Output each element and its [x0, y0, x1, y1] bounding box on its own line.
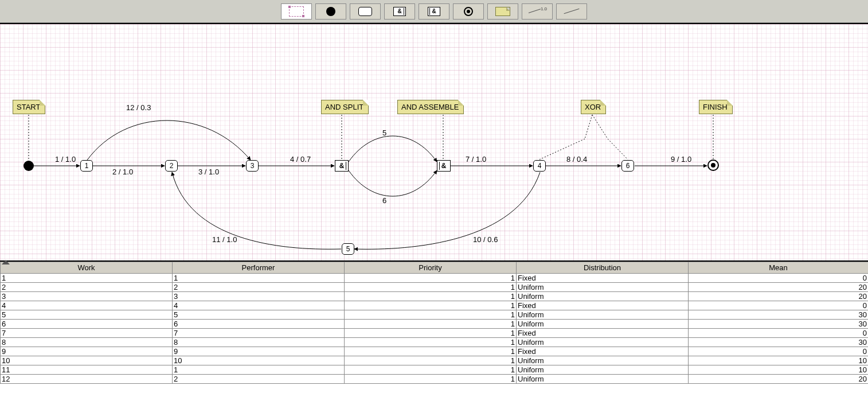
activity-tool-button[interactable]	[350, 3, 381, 20]
cell-mean[interactable]: 30	[689, 310, 869, 320]
finish-node[interactable]	[707, 159, 719, 171]
note-and-assemble[interactable]: AND ASSEMBLE	[397, 100, 464, 114]
cell-distribution[interactable]: Uniform	[517, 338, 689, 347]
cell-mean[interactable]: 10	[689, 365, 869, 375]
splitter-handle[interactable]	[2, 259, 10, 265]
cell-performer[interactable]: 2	[173, 283, 345, 292]
activity-6[interactable]: 6	[621, 160, 634, 172]
cell-performer[interactable]: 7	[173, 329, 345, 338]
cell-priority[interactable]: 1	[345, 310, 517, 320]
col-distribution[interactable]: Distribution	[517, 262, 689, 274]
note-start[interactable]: START	[13, 100, 45, 114]
cell-work[interactable]: 4	[1, 301, 173, 310]
note-and-split[interactable]: AND SPLIT	[321, 100, 369, 114]
cell-performer[interactable]: 2	[173, 375, 345, 384]
col-work[interactable]: Work	[1, 262, 173, 274]
table-row[interactable]: 991Fixed0	[1, 347, 869, 356]
selection-tool-button[interactable]	[281, 3, 312, 20]
cell-work[interactable]: 5	[1, 310, 173, 320]
cell-performer[interactable]: 3	[173, 292, 345, 301]
cell-priority[interactable]: 1	[345, 356, 517, 365]
and-split-gate[interactable]: &	[335, 160, 349, 172]
cell-work[interactable]: 9	[1, 347, 173, 356]
cell-priority[interactable]: 1	[345, 329, 517, 338]
cell-performer[interactable]: 1	[173, 274, 345, 283]
cell-distribution[interactable]: Fixed	[517, 347, 689, 356]
cell-work[interactable]: 8	[1, 338, 173, 347]
cell-priority[interactable]: 1	[345, 347, 517, 356]
activity-3[interactable]: 3	[246, 160, 259, 172]
table-row[interactable]: 111Fixed0	[1, 274, 869, 283]
and-split-tool-button[interactable]: &	[384, 3, 415, 20]
cell-priority[interactable]: 1	[345, 375, 517, 384]
and-assemble-gate[interactable]: &	[437, 160, 451, 172]
cell-distribution[interactable]: Uniform	[517, 292, 689, 301]
cell-performer[interactable]: 10	[173, 356, 345, 365]
cell-mean[interactable]: 0	[689, 274, 869, 283]
cell-work[interactable]: 7	[1, 329, 173, 338]
activity-5[interactable]: 5	[342, 243, 354, 255]
cell-distribution[interactable]: Uniform	[517, 310, 689, 320]
cell-work[interactable]: 3	[1, 292, 173, 301]
cell-distribution[interactable]: Uniform	[517, 320, 689, 329]
cell-mean[interactable]: 30	[689, 320, 869, 329]
cell-performer[interactable]: 8	[173, 338, 345, 347]
table-row[interactable]: 331Uniform20	[1, 292, 869, 301]
start-node[interactable]	[24, 161, 34, 171]
cell-distribution[interactable]: Uniform	[517, 356, 689, 365]
diagram-canvas[interactable]: START AND SPLIT AND ASSEMBLE XOR FINISH …	[0, 23, 868, 262]
col-performer[interactable]: Performer	[173, 262, 345, 274]
cell-mean[interactable]: 20	[689, 375, 869, 384]
cell-work[interactable]: 11	[1, 365, 173, 375]
table-row[interactable]: 661Uniform30	[1, 320, 869, 329]
cell-distribution[interactable]: Uniform	[517, 283, 689, 292]
cell-distribution[interactable]: Uniform	[517, 375, 689, 384]
labeled-edge-tool-button[interactable]	[522, 3, 553, 20]
table-row[interactable]: 221Uniform20	[1, 283, 869, 292]
cell-distribution[interactable]: Fixed	[517, 301, 689, 310]
cell-distribution[interactable]: Fixed	[517, 329, 689, 338]
cell-distribution[interactable]: Uniform	[517, 365, 689, 375]
cell-priority[interactable]: 1	[345, 301, 517, 310]
cell-mean[interactable]: 20	[689, 283, 869, 292]
cell-work[interactable]: 2	[1, 283, 173, 292]
cell-priority[interactable]: 1	[345, 292, 517, 301]
cell-mean[interactable]: 30	[689, 338, 869, 347]
table-row[interactable]: 1221Uniform20	[1, 375, 869, 384]
properties-table[interactable]: Work Performer Priority Distribution Mea…	[0, 262, 868, 384]
activity-1[interactable]: 1	[80, 160, 93, 172]
cell-performer[interactable]: 5	[173, 310, 345, 320]
cell-distribution[interactable]: Fixed	[517, 274, 689, 283]
cell-mean[interactable]: 0	[689, 329, 869, 338]
table-row[interactable]: 771Fixed0	[1, 329, 869, 338]
start-node-tool-button[interactable]	[315, 3, 346, 20]
activity-4[interactable]: 4	[533, 160, 546, 172]
cell-mean[interactable]: 0	[689, 347, 869, 356]
cell-performer[interactable]: 4	[173, 301, 345, 310]
cell-priority[interactable]: 1	[345, 283, 517, 292]
col-priority[interactable]: Priority	[345, 262, 517, 274]
note-xor[interactable]: XOR	[581, 100, 606, 114]
cell-performer[interactable]: 1	[173, 365, 345, 375]
cell-mean[interactable]: 10	[689, 356, 869, 365]
col-mean[interactable]: Mean	[689, 262, 869, 274]
table-row[interactable]: 441Fixed0	[1, 301, 869, 310]
cell-priority[interactable]: 1	[345, 320, 517, 329]
table-row[interactable]: 10101Uniform10	[1, 356, 869, 365]
activity-2[interactable]: 2	[165, 160, 178, 172]
cell-mean[interactable]: 20	[689, 292, 869, 301]
and-assemble-tool-button[interactable]: &	[419, 3, 449, 20]
cell-priority[interactable]: 1	[345, 274, 517, 283]
cell-performer[interactable]: 9	[173, 347, 345, 356]
note-finish[interactable]: FINISH	[699, 100, 733, 114]
cell-priority[interactable]: 1	[345, 365, 517, 375]
cell-mean[interactable]: 0	[689, 301, 869, 310]
table-row[interactable]: 881Uniform30	[1, 338, 869, 347]
cell-work[interactable]: 1	[1, 274, 173, 283]
cell-work[interactable]: 6	[1, 320, 173, 329]
cell-work[interactable]: 12	[1, 375, 173, 384]
note-tool-button[interactable]	[487, 3, 518, 20]
table-row[interactable]: 551Uniform30	[1, 310, 869, 320]
end-node-tool-button[interactable]	[453, 3, 484, 20]
cell-priority[interactable]: 1	[345, 338, 517, 347]
